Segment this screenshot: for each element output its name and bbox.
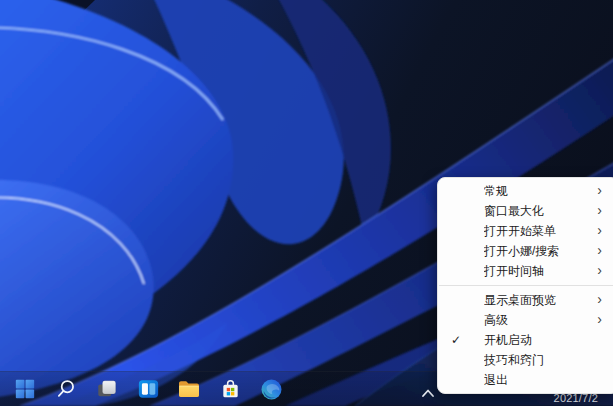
- menu-item-open-timeline[interactable]: 打开时间轴›: [438, 261, 613, 281]
- menu-item-general[interactable]: 常规›: [438, 181, 613, 201]
- microsoft-store-icon: [219, 378, 242, 401]
- menu-separator: [439, 285, 613, 286]
- submenu-arrow-icon: ›: [597, 240, 602, 260]
- desktop: 2021/7/2 常规›窗口最大化›打开开始菜单›打开小娜/搜索›打开时间轴›显…: [0, 0, 613, 406]
- menu-item-show-desktop-preview[interactable]: 显示桌面预览›: [438, 290, 613, 310]
- submenu-arrow-icon: ›: [597, 200, 602, 220]
- menu-item-exit[interactable]: 退出: [438, 370, 613, 390]
- menu-item-label: 技巧和窍门: [484, 350, 588, 370]
- menu-item-label: 开机启动: [484, 330, 588, 350]
- submenu-arrow-icon: ›: [597, 309, 602, 329]
- search-button[interactable]: [53, 376, 79, 402]
- task-view-button[interactable]: [94, 376, 120, 402]
- widgets-icon: [137, 378, 160, 400]
- file-explorer-icon: [177, 378, 201, 400]
- submenu-arrow-icon: ›: [597, 260, 602, 280]
- tray-chevron-button[interactable]: [421, 388, 435, 398]
- microsoft-store-button[interactable]: [217, 376, 243, 402]
- menu-item-label: 打开开始菜单: [484, 221, 588, 241]
- edge-button[interactable]: [258, 376, 284, 402]
- edge-icon: [260, 378, 283, 401]
- search-icon: [55, 378, 77, 400]
- menu-item-tips-and-tricks[interactable]: 技巧和窍门: [438, 350, 613, 370]
- menu-item-label: 窗口最大化: [484, 201, 588, 221]
- file-explorer-button[interactable]: [176, 376, 202, 402]
- submenu-arrow-icon: ›: [597, 180, 602, 200]
- chevron-up-icon: [423, 391, 433, 397]
- menu-item-launch-at-startup[interactable]: ✓开机启动: [438, 330, 613, 350]
- start-icon: [14, 378, 36, 400]
- taskbar-icons: [12, 372, 284, 406]
- check-icon: ✓: [451, 330, 467, 350]
- menu-item-open-cortana-search[interactable]: 打开小娜/搜索›: [438, 241, 613, 261]
- menu-item-advanced[interactable]: 高级›: [438, 310, 613, 330]
- submenu-arrow-icon: ›: [597, 289, 602, 309]
- menu-item-window-maximize[interactable]: 窗口最大化›: [438, 201, 613, 221]
- widgets-button[interactable]: [135, 376, 161, 402]
- menu-item-label: 常规: [484, 181, 588, 201]
- context-menu: 常规›窗口最大化›打开开始菜单›打开小娜/搜索›打开时间轴›显示桌面预览›高级›…: [437, 177, 613, 394]
- menu-item-label: 打开小娜/搜索: [484, 241, 588, 261]
- menu-item-label: 打开时间轴: [484, 261, 588, 281]
- start-button[interactable]: [12, 376, 38, 402]
- menu-item-label: 高级: [484, 310, 588, 330]
- menu-item-label: 退出: [484, 370, 588, 390]
- menu-item-open-start-menu[interactable]: 打开开始菜单›: [438, 221, 613, 241]
- task-view-icon: [96, 378, 118, 400]
- menu-item-label: 显示桌面预览: [484, 290, 588, 310]
- submenu-arrow-icon: ›: [597, 220, 602, 240]
